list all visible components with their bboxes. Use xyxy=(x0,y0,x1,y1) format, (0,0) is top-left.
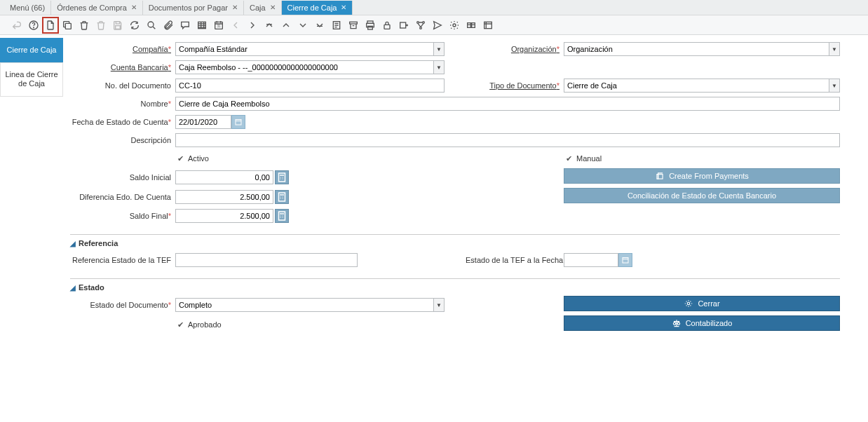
grid-toggle-icon[interactable] xyxy=(194,17,210,34)
check-icon: ✔ xyxy=(175,320,185,329)
checkbox-manual[interactable]: ✔Manual xyxy=(564,154,602,163)
field-saldo-inicial[interactable] xyxy=(175,170,273,184)
svg-rect-15 xyxy=(400,22,406,28)
calculator-icon[interactable] xyxy=(275,190,289,204)
svg-rect-22 xyxy=(484,22,492,28)
sidetab-linea-cierre[interactable]: Linea de Cierre de Caja xyxy=(0,62,63,96)
check-icon: ✔ xyxy=(175,154,185,163)
label-cuenta-bancaria: Cuenta Bancaria* xyxy=(70,63,175,72)
report-icon[interactable] xyxy=(328,17,345,34)
field-estado-documento[interactable] xyxy=(175,298,434,312)
field-fecha-estado[interactable] xyxy=(175,115,231,129)
app-tab-bar: Menú (66) Órdenes de Compra✕ Documentos … xyxy=(0,0,868,15)
chevron-down-icon[interactable]: ▼ xyxy=(434,42,445,56)
sidetab-cierre-label: Cierre de Caja xyxy=(7,46,57,54)
section-referencia-header[interactable]: ◢Referencia xyxy=(70,234,840,247)
field-saldo-final[interactable] xyxy=(175,209,273,223)
prev-page-icon[interactable] xyxy=(227,17,244,34)
button-create-from-payments[interactable]: Create From Payments xyxy=(564,168,840,184)
calculator-icon[interactable] xyxy=(275,209,289,223)
gear-icon xyxy=(684,299,693,308)
svg-point-16 xyxy=(417,21,419,23)
copy-record-icon[interactable] xyxy=(59,17,76,34)
checkbox-aprobado[interactable]: ✔Aprobado xyxy=(175,320,222,329)
check-icon: ✔ xyxy=(564,154,574,163)
svg-rect-28 xyxy=(623,258,628,264)
sidetab-cierre-caja[interactable]: Cierre de Caja xyxy=(0,38,63,62)
export-icon[interactable] xyxy=(480,17,496,34)
refresh-icon[interactable] xyxy=(126,17,143,34)
button-cerrar-label: Cerrar xyxy=(698,299,719,308)
button-conciliacion[interactable]: Conciliación de Estado de Cuenta Bancari… xyxy=(564,188,840,203)
tab-cierre-caja[interactable]: Cierre de Caja✕ xyxy=(282,1,353,15)
tab-caja[interactable]: Caja✕ xyxy=(244,1,282,15)
gear-icon[interactable] xyxy=(446,17,463,34)
field-tipo-documento[interactable] xyxy=(564,79,829,93)
product-info-icon[interactable] xyxy=(463,17,480,34)
svg-rect-24 xyxy=(279,173,285,182)
undo-icon[interactable] xyxy=(8,17,25,34)
next-page-icon[interactable] xyxy=(244,17,261,34)
collapse-icon: ◢ xyxy=(70,240,76,247)
field-nombre[interactable] xyxy=(175,97,840,111)
nav-down-icon[interactable] xyxy=(294,17,311,34)
close-icon[interactable]: ✕ xyxy=(131,4,137,11)
zoom-across-icon[interactable] xyxy=(395,17,412,34)
search-icon[interactable] xyxy=(143,17,160,34)
chevron-down-icon[interactable]: ▼ xyxy=(829,79,840,93)
svg-rect-23 xyxy=(236,120,241,125)
close-icon[interactable]: ✕ xyxy=(270,4,276,11)
chevron-down-icon[interactable]: ▼ xyxy=(434,298,445,312)
field-cuenta-bancaria[interactable] xyxy=(175,60,434,74)
delete-alt-icon[interactable] xyxy=(93,17,109,34)
calculator-icon[interactable] xyxy=(275,170,289,184)
lock-icon[interactable] xyxy=(379,17,395,34)
delete-icon[interactable] xyxy=(76,17,93,34)
field-organizacion[interactable] xyxy=(564,42,829,56)
calendar-picker-icon[interactable] xyxy=(231,115,245,129)
collapse-icon: ◢ xyxy=(70,284,76,292)
print-icon[interactable] xyxy=(362,17,379,34)
detail-record-icon[interactable] xyxy=(311,17,328,34)
parent-record-icon[interactable] xyxy=(261,17,278,34)
save-icon[interactable] xyxy=(109,17,126,34)
help-icon[interactable] xyxy=(25,17,42,34)
label-compania: Compañía* xyxy=(70,45,175,53)
svg-point-18 xyxy=(420,27,422,29)
svg-point-29 xyxy=(688,302,691,305)
button-cerrar[interactable]: Cerrar xyxy=(564,296,840,311)
button-contabilizado-label: Contabilizado xyxy=(686,319,733,327)
field-ref-tef[interactable] xyxy=(175,253,358,267)
section-estado-header[interactable]: ◢Estado xyxy=(70,278,840,292)
label-saldo-inicial: Saldo Inicial xyxy=(70,173,175,182)
field-estado-tef-fecha[interactable] xyxy=(564,253,618,267)
nav-up-icon[interactable] xyxy=(278,17,294,34)
calendar-icon[interactable]: 31 xyxy=(210,17,227,34)
tab-menu[interactable]: Menú (66) xyxy=(4,1,51,15)
attachment-icon[interactable] xyxy=(160,17,177,34)
calendar-picker-icon[interactable] xyxy=(618,253,632,267)
close-icon[interactable]: ✕ xyxy=(232,4,238,11)
new-record-icon[interactable] xyxy=(42,17,59,34)
main-toolbar: 31 xyxy=(0,15,868,35)
section-referencia-label: Referencia xyxy=(79,239,118,247)
archive-icon[interactable] xyxy=(345,17,362,34)
close-icon[interactable]: ✕ xyxy=(341,4,346,11)
svg-rect-4 xyxy=(116,25,121,29)
tab-ordenes-compra[interactable]: Órdenes de Compra✕ xyxy=(51,1,143,15)
field-diferencia[interactable] xyxy=(175,190,273,204)
chevron-down-icon[interactable]: ▼ xyxy=(829,42,840,56)
chat-icon[interactable] xyxy=(177,17,194,34)
field-no-documento[interactable] xyxy=(175,79,445,93)
request-icon[interactable] xyxy=(429,17,446,34)
field-descripcion[interactable] xyxy=(175,133,840,147)
chevron-down-icon[interactable]: ▼ xyxy=(434,60,445,74)
svg-rect-14 xyxy=(384,25,390,29)
checkbox-activo[interactable]: ✔Activo xyxy=(175,154,209,163)
button-contabilizado[interactable]: Contabilizado xyxy=(564,315,840,331)
checkbox-activo-label: Activo xyxy=(188,154,209,163)
copy-icon xyxy=(655,171,665,181)
tab-documentos-pagar[interactable]: Documentos por Pagar✕ xyxy=(143,1,244,15)
workflow-icon[interactable] xyxy=(412,17,429,34)
field-compania[interactable] xyxy=(175,42,434,56)
